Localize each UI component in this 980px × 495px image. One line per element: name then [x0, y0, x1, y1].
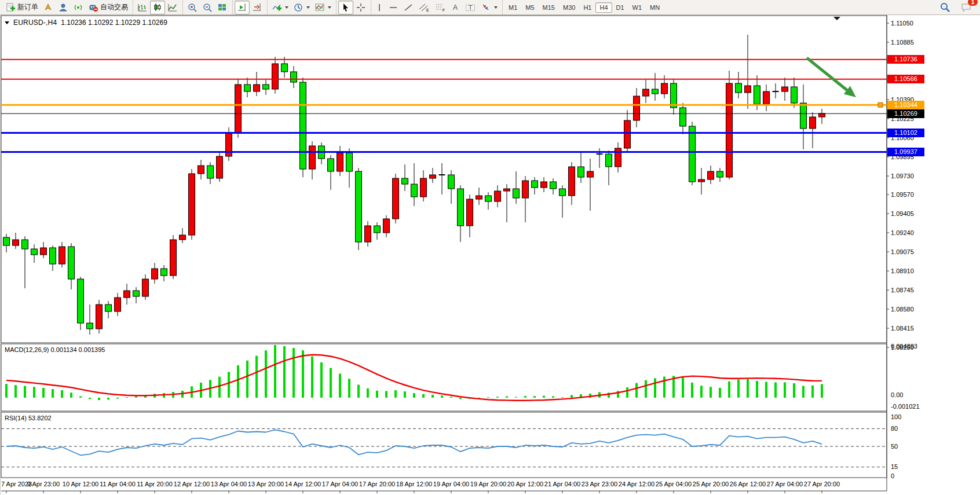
- macd-histogram-bar: [710, 387, 712, 398]
- price-tick-label: 1.09075: [891, 248, 914, 255]
- zoom-out-button[interactable]: [200, 1, 215, 14]
- trendline-button[interactable]: [401, 1, 416, 14]
- macd-histogram-bar: [691, 383, 693, 398]
- timeframe-m5[interactable]: M5: [521, 2, 538, 13]
- price-tick-label: 1.09730: [891, 173, 914, 179]
- candlestick-chart-type-button[interactable]: [150, 1, 165, 14]
- macd-histogram-bar: [626, 387, 628, 398]
- cursor-button[interactable]: [338, 1, 353, 14]
- text-button[interactable]: A: [448, 1, 462, 14]
- macd-histogram-bar: [784, 382, 786, 397]
- macd-histogram-bar: [802, 386, 805, 398]
- fibonacci-button[interactable]: F: [432, 1, 448, 14]
- macd-histogram-bar: [33, 387, 35, 398]
- bear-candle: [356, 171, 362, 242]
- bear-candle: [402, 178, 408, 184]
- bull-candle: [272, 64, 279, 89]
- templates-button[interactable]: [312, 1, 334, 14]
- horizontal-line-button[interactable]: [386, 1, 401, 14]
- macd-histogram-bar: [765, 382, 767, 398]
- bear-candle: [105, 305, 112, 311]
- zoom-out-icon: [202, 2, 213, 13]
- bear-candle: [244, 85, 251, 91]
- bear-candle: [736, 83, 742, 93]
- macd-max-label: 0.004393: [891, 343, 917, 350]
- indicators-dropdown-caret[interactable]: [285, 6, 288, 9]
- bull-candle: [59, 247, 65, 264]
- macd-histogram-bar: [348, 379, 350, 398]
- bull-candle: [615, 148, 621, 167]
- bull-candle: [217, 156, 223, 178]
- timeframe-h4[interactable]: H4: [595, 2, 612, 13]
- zoom-in-button[interactable]: [185, 1, 200, 14]
- price-chart-canvas[interactable]: [0, 15, 980, 495]
- timeframe-mn[interactable]: MN: [646, 2, 664, 13]
- macd-min-label: -0.001021: [891, 403, 920, 410]
- templates-dropdown-caret[interactable]: [328, 6, 331, 9]
- line-chart-type-button[interactable]: [165, 1, 180, 14]
- macd-histogram-bar: [524, 396, 526, 398]
- panel-frame-1: [1, 344, 887, 411]
- channel-icon: E: [418, 2, 430, 13]
- timeframe-w1[interactable]: W1: [628, 2, 646, 13]
- auto-scroll-button[interactable]: [235, 1, 250, 14]
- bull-candle: [393, 178, 399, 219]
- chart-ohlc-values: 1.10236 1.10292 1.10229 1.10269: [61, 19, 167, 27]
- tile-windows-button[interactable]: [215, 1, 230, 14]
- notifications-button[interactable]: 1: [958, 1, 974, 14]
- bar-chart-type-button[interactable]: [135, 1, 150, 14]
- timeframe-m1[interactable]: M1: [504, 2, 521, 13]
- periods-button[interactable]: [291, 1, 312, 14]
- new-order-button[interactable]: 新订单: [3, 1, 41, 14]
- bull-candle: [643, 89, 649, 96]
- signals-button[interactable]: [71, 1, 86, 14]
- market-button[interactable]: [56, 1, 71, 14]
- macd-histogram-bar: [793, 383, 795, 398]
- indicators-icon: [272, 2, 282, 13]
- date-axis-label: 27 Apr 20:00: [804, 481, 840, 487]
- arrows-dropdown-caret[interactable]: [494, 6, 498, 9]
- auto-trading-label: 自动交易: [100, 2, 128, 12]
- arrows-button[interactable]: [478, 1, 500, 14]
- periods-dropdown-caret[interactable]: [306, 6, 310, 9]
- date-axis-label: 21 Apr 04:00: [544, 481, 580, 487]
- timeframe-d1[interactable]: D1: [612, 2, 628, 13]
- bull-candle: [96, 305, 103, 329]
- date-axis-label: 25 Apr 04:00: [656, 481, 692, 487]
- timeframe-m15[interactable]: M15: [539, 2, 559, 13]
- chart-dropdown-icon[interactable]: [5, 21, 9, 24]
- crosshair-button[interactable]: [353, 1, 368, 14]
- macd-histogram-bar: [811, 386, 814, 398]
- bear-candle: [207, 166, 214, 178]
- vertical-line-button[interactable]: [373, 1, 386, 14]
- trendline-icon: [403, 2, 414, 13]
- bull-candle: [782, 87, 788, 91]
- svg-text:E: E: [426, 8, 429, 12]
- main-toolbar: 新订单: [0, 0, 980, 15]
- search-button[interactable]: [937, 1, 953, 14]
- bid-price-label: 1.10269: [887, 109, 924, 118]
- auto-trading-button[interactable]: 自动交易: [86, 1, 130, 14]
- bull-candle: [467, 199, 473, 226]
- text-label-button[interactable]: T: [462, 1, 478, 14]
- bear-candle: [652, 89, 659, 94]
- bull-candle: [476, 196, 482, 199]
- chart-shift-button[interactable]: [250, 1, 265, 14]
- macd-histogram-bar: [635, 383, 638, 398]
- metaeditor-button[interactable]: [41, 1, 56, 14]
- timeframe-h1[interactable]: H1: [579, 2, 595, 13]
- macd-histogram-bar: [237, 365, 239, 398]
- chart-shift-icon: [252, 2, 262, 13]
- macd-histogram-bar: [246, 361, 248, 398]
- bull-candle: [420, 178, 427, 197]
- price-tick-label: 1.08910: [891, 267, 914, 274]
- rsi-tick-label: 100: [891, 413, 901, 420]
- bear-candle: [31, 249, 38, 255]
- timeframe-m30[interactable]: M30: [559, 2, 579, 13]
- bear-candle: [300, 82, 306, 169]
- indicators-button[interactable]: [269, 1, 291, 14]
- date-axis-label: 26 Apr 12:00: [730, 481, 766, 487]
- equidistant-channel-button[interactable]: E: [416, 1, 432, 14]
- macd-histogram-bar: [645, 380, 647, 398]
- bull-candle: [170, 240, 177, 276]
